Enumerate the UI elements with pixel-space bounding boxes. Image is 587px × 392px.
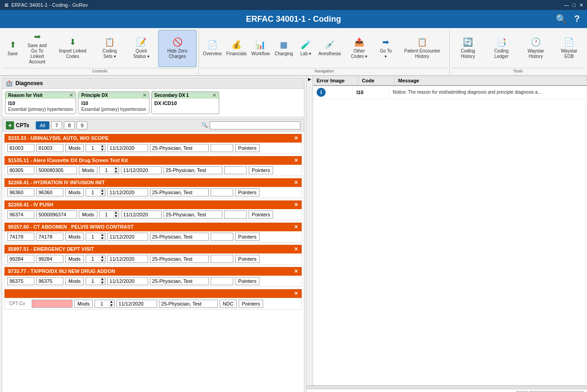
cpt-mods-2[interactable]: Mods [79,166,97,174]
cpt-code1-4[interactable] [7,210,34,219]
tab-9[interactable]: 9 [77,121,87,129]
cpt-pointers-4[interactable]: Pointers [249,210,273,219]
save-goto-button[interactable]: ➡ Save and Go To Linked Account [24,30,51,67]
cpt-mods-6[interactable]: Mods [65,255,84,263]
cpt-pointers-new[interactable]: Pointers [239,300,263,308]
right-scrollbar[interactable] [307,385,587,389]
cpt-date-1[interactable] [107,144,148,152]
cpt-code1-7[interactable] [7,277,34,285]
cpt-code2-4[interactable] [36,210,77,219]
cpt-qty-input-7[interactable] [86,278,100,284]
cpt-extra-7[interactable] [211,277,233,285]
cpt-qty-down-new[interactable]: ▼ [109,304,114,307]
cpt-qty-input-4[interactable] [100,211,113,218]
tab-7[interactable]: 7 [51,121,62,129]
cpt-mods-1[interactable]: Mods [65,144,84,152]
cpt-close-new[interactable]: ✕ [294,291,298,296]
cpt-mods-7[interactable]: Mods [65,277,84,285]
cpt-qty-input-6[interactable] [86,256,100,262]
close-button[interactable]: ✕ [579,2,583,8]
cpt-date-6[interactable] [107,255,148,263]
coding-ledger-button[interactable]: 📑 Coding Ledger [485,30,518,67]
cpt-qty-input-2[interactable] [100,167,113,173]
cpt-physician-4[interactable] [164,210,222,219]
add-cpt-button[interactable]: + [6,121,14,129]
minimize-button[interactable]: — [564,2,569,8]
cpt-pointers-1[interactable]: Pointers [235,144,260,152]
cpt-extra-6[interactable] [211,255,233,263]
workflow-button[interactable]: 📊 Workflow [250,30,272,67]
maximize-button[interactable]: □ [573,2,576,8]
cpt-code1-6[interactable] [7,255,34,263]
row-expand-icon[interactable]: ▶ [308,77,311,81]
dx-reason-close[interactable]: ✕ [69,93,73,98]
cpt-qty-input-new[interactable] [95,301,109,307]
import-button[interactable]: ⬇ Import Linked Codes [52,30,94,67]
cpt-mods-4[interactable]: Mods [79,210,97,219]
cpt-qty-down-1[interactable]: ▼ [100,148,105,152]
cpt-close-6[interactable]: ✕ [294,246,298,252]
cpts-search-input[interactable] [210,121,300,129]
cpt-pointers-7[interactable]: Pointers [235,277,260,285]
cpt-extra-2[interactable] [224,166,247,174]
cpt-ndc-new[interactable]: NDC [220,300,237,308]
cpt-code2-5[interactable] [36,233,63,241]
tab-8[interactable]: 8 [64,121,75,129]
cpt-code1-5[interactable] [7,233,34,241]
cpt-close-3[interactable]: ✕ [294,180,298,186]
cpt-extra-3[interactable] [211,188,233,196]
cpt-close-1[interactable]: ✕ [294,135,298,141]
cpt-close-2[interactable]: ✕ [294,158,298,163]
cpt-physician-new[interactable] [159,300,218,308]
waystar-eob-button[interactable]: 📄 Waystar EOB [554,30,584,67]
cpt-new-code[interactable] [32,300,72,308]
tab-all[interactable]: All [36,121,49,129]
dx-secondary1-close[interactable]: ✕ [212,93,216,98]
cpt-code2-6[interactable] [36,255,63,263]
financials-button[interactable]: 💰 Financials [225,30,249,67]
cpt-code2-1[interactable] [36,144,63,152]
patient-encounter-button[interactable]: 📋 Patient Encounter History [397,30,447,67]
cpt-date-7[interactable] [107,277,148,285]
cpt-close-5[interactable]: ✕ [294,224,298,230]
cpt-physician-6[interactable] [150,255,209,263]
cpt-date-3[interactable] [107,188,148,196]
cpt-date-4[interactable] [121,210,162,219]
cpt-close-4[interactable]: ✕ [294,202,298,208]
coding-sets-button[interactable]: 📋 Coding Sets ▾ [95,30,125,67]
cpt-code1-3[interactable] [7,188,34,196]
charging-button[interactable]: ▦ Charging [273,30,295,67]
hide-zero-button[interactable]: 🚫 Hide Zero Charges [158,30,197,67]
cpt-mods-5[interactable]: Mods [65,233,84,241]
cpt-extra-5[interactable] [211,233,233,241]
quick-status-button[interactable]: 📝 Quick Status ▾ [126,30,157,67]
waystar-history-button[interactable]: 🕐 Waystar History [519,30,553,67]
help-icon[interactable]: ? [574,14,580,24]
cpt-qty-down-7[interactable]: ▼ [100,281,105,285]
cpt-physician-5[interactable] [150,233,209,241]
cpt-pointers-3[interactable]: Pointers [235,188,260,196]
coding-history-button[interactable]: 🔄 Coding History [452,30,484,67]
cpt-code2-7[interactable] [36,277,63,285]
cpt-physician-3[interactable] [150,188,209,196]
cpt-qty-input-3[interactable] [86,189,100,196]
go-to-button[interactable]: ➡ Go To ▾ [376,30,396,67]
cpt-qty-input-5[interactable] [86,234,100,240]
cpt-qty-down-5[interactable]: ▼ [100,237,105,240]
cpt-physician-2[interactable] [164,166,222,174]
cpt-mods-3[interactable]: Mods [65,188,84,196]
person-icon[interactable]: 🔍 [556,14,567,24]
cpt-pointers-2[interactable]: Pointers [249,166,273,174]
cpt-date-2[interactable] [121,166,162,174]
cpt-extra-4[interactable] [224,210,247,219]
window-controls[interactable]: — □ ✕ [564,2,583,8]
cpt-date-new[interactable] [116,300,157,308]
cpt-date-5[interactable] [107,233,148,241]
cpt-physician-7[interactable] [150,277,209,285]
cpt-extra-1[interactable] [211,144,233,152]
cpt-pointers-5[interactable]: Pointers [235,233,260,241]
cpt-code1-2[interactable] [7,166,34,174]
cpt-code1-1[interactable] [7,144,34,152]
cpt-qty-down-6[interactable]: ▼ [100,259,105,263]
notice-icon[interactable]: i [317,88,326,97]
